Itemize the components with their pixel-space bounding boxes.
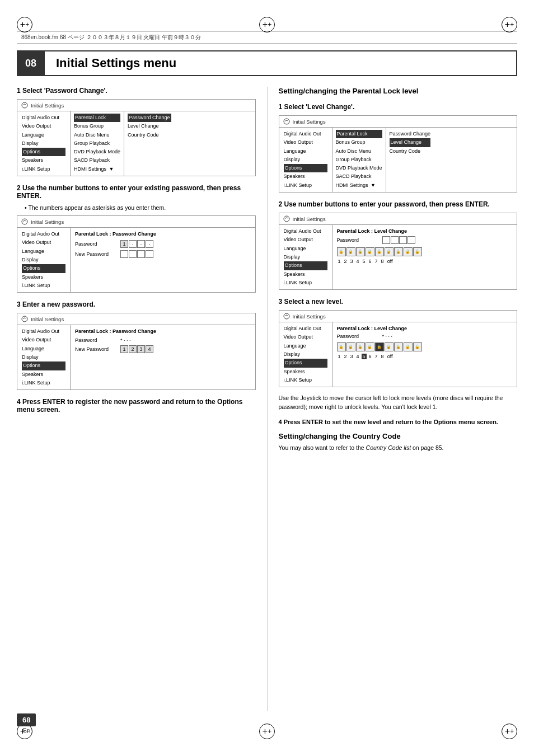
r1-display: Display xyxy=(284,156,327,164)
settings-box-r3-password: Parental Lock : Level Change Password * … xyxy=(332,322,517,387)
level-icon-6: 🔒 xyxy=(385,247,394,256)
b2-newpwd-label: New Password xyxy=(75,251,117,257)
r3-lvl-7: 7 xyxy=(374,354,379,359)
r3-lvl-1: 1 xyxy=(337,354,342,359)
r3-lvl-4: 4 xyxy=(355,354,360,359)
b2-title-text: Parental Lock : Password Change xyxy=(75,231,251,237)
r1-ilink: i.LINK Setup xyxy=(284,181,327,190)
r3-lvl-6: 6 xyxy=(368,354,373,359)
right-level-change: Level Change xyxy=(128,122,171,130)
chapter-number: 08 xyxy=(17,50,45,76)
r1-language: Language xyxy=(284,147,327,156)
middle-auto-disc: Auto Disc Menu xyxy=(74,131,120,139)
settings-box-r1: Initial Settings Digital Audio Out Video… xyxy=(279,115,518,192)
pwd-cell-2: · xyxy=(129,240,137,248)
b3-speakers: Speakers xyxy=(22,370,65,379)
settings-box-r2-header: Initial Settings xyxy=(279,213,517,225)
r2-title-text: Parental Lock : Level Change xyxy=(337,228,513,234)
svg-point-2 xyxy=(22,316,27,322)
r1-level-change: Level Change xyxy=(390,138,431,147)
reg-mark-tl: + xyxy=(17,17,32,32)
r1-digital-audio: Digital Audio Out xyxy=(284,130,327,138)
r3-video-output: Video Output xyxy=(284,333,327,341)
page-lang: En xyxy=(17,727,36,734)
menu-item-language: Language xyxy=(22,131,65,139)
left-column: 1 Select 'Password Change'. Initial Sett… xyxy=(17,87,267,711)
level-icon-7: 🔒 xyxy=(394,247,403,256)
r3-icon-8: 🔓 xyxy=(404,342,413,351)
lvl-1: 1 xyxy=(337,259,342,264)
step1-heading: 1 Select 'Password Change'. xyxy=(17,87,256,95)
right-country-code: Country Code xyxy=(128,131,171,139)
settings-box-r2-body: Digital Audio Out Video Output Language … xyxy=(279,225,517,289)
lvl-off: off xyxy=(386,259,394,264)
lvl-4: 4 xyxy=(355,259,360,264)
r2-cell-3 xyxy=(399,236,407,244)
settings-box-1-left-menu: Digital Audio Out Video Output Language … xyxy=(17,111,71,176)
middle-bonus-group: Bonus Group xyxy=(74,122,120,130)
r1-hdmi: HDMI Settings ▼ xyxy=(336,181,382,190)
settings-box-1-middle-menu: Parental Lock Bonus Group Auto Disc Menu… xyxy=(71,111,124,176)
middle-parental-lock: Parental Lock xyxy=(74,114,120,122)
settings-icon-r3 xyxy=(283,312,291,320)
settings-box-r1-title: Initial Settings xyxy=(293,119,326,125)
r2-video-output: Video Output xyxy=(284,236,327,244)
r3-icon-1: 🔒 xyxy=(337,342,346,351)
level-icon-9: 🔒 xyxy=(413,247,422,256)
r3-lvl-3: 3 xyxy=(349,354,354,359)
step4-heading: 4 Press ENTER to register the new passwo… xyxy=(17,398,256,414)
b2-newpwd-row: New Password xyxy=(75,250,251,258)
r2-speakers: Speakers xyxy=(284,270,327,279)
svg-point-5 xyxy=(284,313,289,319)
lvl-7: 7 xyxy=(374,259,379,264)
r3-level-icons: 🔒 🔒 🔒 🔒 🔓 🔓 🔓 🔓 🔓 xyxy=(337,342,513,351)
menu-item-digital-audio: Digital Audio Out xyxy=(22,114,65,122)
settings-box-r1-body: Digital Audio Out Video Output Language … xyxy=(279,128,517,192)
r3-language: Language xyxy=(284,342,327,350)
settings-box-r2: Initial Settings Digital Audio Out Video… xyxy=(279,213,518,290)
r1-parental-lock: Parental Lock xyxy=(336,130,382,138)
b2-ilink: i.LINK Setup xyxy=(22,281,65,290)
r3-title-text: Parental Lock : Level Change xyxy=(337,326,513,331)
r3-icon-5: 🔓 xyxy=(375,342,384,351)
r2-cell-4 xyxy=(407,236,415,244)
r3-display: Display xyxy=(284,350,327,359)
b2-pwd-label: Password xyxy=(75,241,117,247)
newpwd3-cell-2: 2 xyxy=(129,345,137,353)
right-body-text: Use the Joystick to move the cursor left… xyxy=(279,394,518,412)
r3-icon-2: 🔒 xyxy=(346,342,355,351)
settings-box-2-header: Initial Settings xyxy=(17,216,255,228)
svg-point-0 xyxy=(22,102,27,108)
settings-box-3-header: Initial Settings xyxy=(17,313,255,325)
b3-video-output: Video Output xyxy=(22,336,65,344)
b3-display: Display xyxy=(22,353,65,361)
r2-pwd-label: Password xyxy=(337,237,379,243)
r3-level-icons-area: 🔒 🔒 🔒 🔒 🔓 🔓 🔓 🔓 🔓 1 2 xyxy=(337,342,513,359)
lvl-8: 8 xyxy=(380,259,385,264)
r3-lvl-off: off xyxy=(386,354,394,359)
svg-point-1 xyxy=(22,219,27,224)
b3-newpwd-cells: 1 2 3 4 xyxy=(120,345,153,353)
r3-lvl-5: 5 xyxy=(362,354,367,359)
settings-box-3-title: Initial Settings xyxy=(31,316,64,322)
menu-item-ilink: i.LINK Setup xyxy=(22,165,65,173)
menu-item-video-output: Video Output xyxy=(22,122,65,130)
r3-icon-9: 🔓 xyxy=(413,342,422,351)
right-section-heading: Setting/changing the Parental Lock level xyxy=(279,87,518,95)
pwd-cell-3: · xyxy=(137,240,145,248)
svg-point-3 xyxy=(284,119,289,124)
pwd-cell-1: 1 xyxy=(120,240,128,248)
r2-display: Display xyxy=(284,253,327,261)
b2-language: Language xyxy=(22,247,65,256)
r3-digital-audio: Digital Audio Out xyxy=(284,325,327,333)
chapter-header: 08 Initial Settings menu xyxy=(17,50,517,76)
b2-speakers: Speakers xyxy=(22,273,65,281)
r2-pwd-row: Password xyxy=(337,236,513,244)
settings-box-r3-header: Initial Settings xyxy=(279,311,517,322)
step2-heading: 2 Use the number buttons to enter your e… xyxy=(17,184,256,200)
newpwd-cell-2 xyxy=(129,250,137,258)
settings-box-r3-left: Digital Audio Out Video Output Language … xyxy=(279,322,332,387)
lvl-6: 6 xyxy=(368,259,373,264)
r2-level-icons-area: 🔒 🔒 🔒 🔒 🔒 🔒 🔒 🔒 🔒 1 2 xyxy=(337,247,513,264)
level-icon-1: 🔒 xyxy=(337,247,346,256)
